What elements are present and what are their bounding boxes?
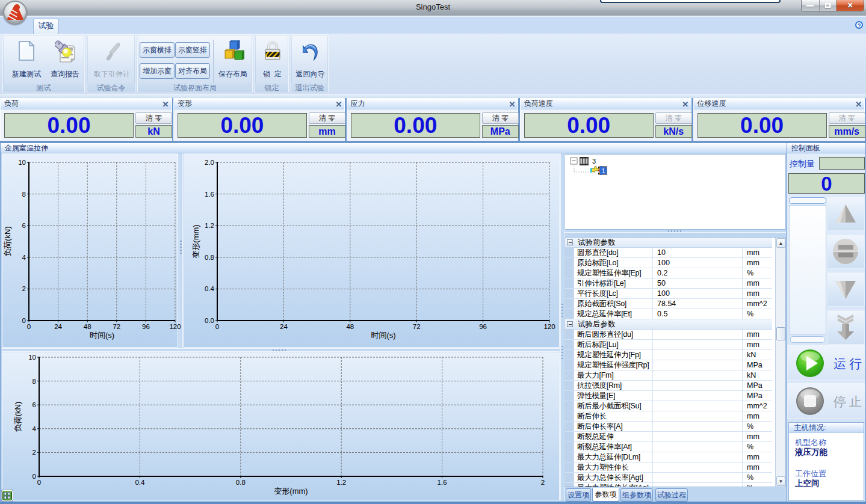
svg-text:1.6: 1.6 (205, 191, 214, 198)
svg-text:6: 6 (32, 401, 36, 408)
svg-text:120: 120 (543, 323, 555, 330)
svg-text:0.8: 0.8 (236, 479, 246, 486)
svg-text:8: 8 (22, 191, 26, 198)
svg-text:2.0: 2.0 (205, 159, 214, 166)
svg-text:120: 120 (169, 323, 181, 330)
svg-text:0.4: 0.4 (135, 479, 145, 486)
svg-text:24: 24 (280, 323, 288, 330)
svg-text:96: 96 (479, 323, 487, 330)
svg-text:2: 2 (22, 285, 26, 292)
svg-text:3: 3 (592, 158, 596, 165)
svg-text:2: 2 (541, 479, 545, 486)
svg-text:10: 10 (28, 354, 36, 361)
svg-text:1.2: 1.2 (336, 479, 346, 486)
svg-text:1.6: 1.6 (438, 479, 447, 486)
svg-text:6: 6 (22, 222, 26, 229)
svg-text:时间(s): 时间(s) (371, 331, 395, 340)
svg-text:4: 4 (22, 254, 26, 261)
svg-text:0: 0 (22, 317, 26, 324)
svg-text:0: 0 (32, 473, 36, 480)
svg-text:变形(mm): 变形(mm) (274, 487, 308, 496)
svg-text:负荷(kN): 负荷(kN) (3, 226, 12, 257)
svg-text:72: 72 (413, 323, 421, 330)
svg-text:96: 96 (142, 323, 150, 330)
svg-text:0.8: 0.8 (205, 254, 214, 261)
svg-text:0.0: 0.0 (205, 317, 214, 324)
svg-text:0: 0 (215, 323, 219, 330)
svg-text:48: 48 (84, 323, 91, 330)
svg-text:0: 0 (37, 479, 41, 486)
svg-text:8: 8 (32, 378, 36, 385)
svg-text:72: 72 (113, 323, 120, 330)
svg-text:负荷(kN): 负荷(kN) (13, 402, 22, 432)
svg-text:0.4: 0.4 (205, 285, 215, 292)
svg-text:24: 24 (54, 323, 62, 330)
svg-text:4: 4 (32, 425, 37, 432)
svg-text:10: 10 (18, 159, 26, 166)
svg-text:时间(s): 时间(s) (90, 331, 114, 340)
svg-text:0: 0 (27, 323, 31, 330)
svg-text:1.2: 1.2 (205, 222, 214, 229)
svg-text:变形(mm): 变形(mm) (191, 224, 200, 258)
svg-text:48: 48 (346, 323, 354, 330)
svg-text:2: 2 (32, 449, 36, 456)
